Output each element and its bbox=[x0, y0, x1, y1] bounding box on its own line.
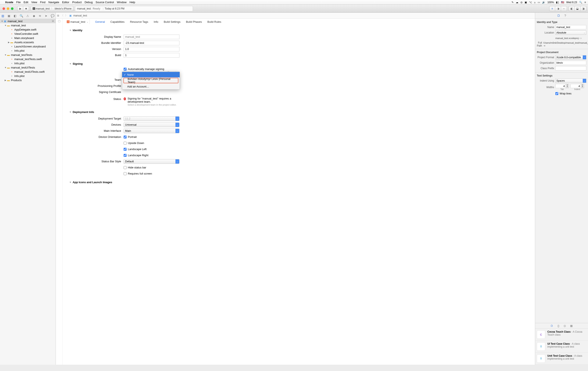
organization-input[interactable] bbox=[555, 61, 586, 65]
target-selector[interactable]: 🅰 manual_test ⌄ bbox=[65, 19, 90, 24]
class-prefix-input[interactable] bbox=[555, 66, 586, 70]
nav-item[interactable]: ▪Info.plist bbox=[0, 48, 56, 53]
panel-bottom-button[interactable]: ⬓ bbox=[575, 6, 580, 11]
nav-item[interactable]: ▼▬manual_testTests bbox=[0, 53, 56, 57]
file-inspector-icon[interactable]: 🗋 bbox=[557, 14, 560, 17]
issue-navigator-icon[interactable]: ⚠ bbox=[26, 14, 29, 18]
tab-general[interactable]: General bbox=[95, 20, 105, 23]
menu-navigate[interactable]: Navigate bbox=[48, 1, 59, 4]
menubar-status-icon[interactable]: ▣ bbox=[525, 1, 527, 4]
menu-debug[interactable]: Debug bbox=[85, 1, 93, 4]
menubar-bluetooth-icon[interactable]: ⌥ bbox=[529, 1, 532, 4]
editor-version-button[interactable]: ↔ bbox=[561, 6, 567, 11]
inspector-location-select[interactable]: Absolute⌄ bbox=[555, 31, 586, 35]
indent-using-select[interactable]: Spaces⌄ bbox=[555, 79, 586, 83]
nav-item[interactable]: ▶▬Products bbox=[0, 78, 56, 82]
project-format-select[interactable]: Xcode 8.0-compatible⌄ bbox=[555, 55, 586, 59]
tab-width-stepper[interactable]: ▲▼ bbox=[566, 84, 569, 88]
wrap-lines-checkbox[interactable] bbox=[555, 92, 558, 95]
editor-standard-button[interactable]: ≡ bbox=[549, 6, 555, 11]
report-navigator-icon[interactable]: 💬 bbox=[51, 14, 54, 18]
nav-item[interactable]: ▪Info.plist bbox=[0, 61, 56, 65]
stop-button[interactable]: ■ bbox=[23, 6, 29, 11]
tab-resource-tags[interactable]: Resource Tags bbox=[130, 20, 148, 23]
build-input[interactable] bbox=[124, 53, 179, 57]
section-app-icons[interactable]: ▼App Icons and Launch Images bbox=[69, 181, 531, 184]
test-navigator-icon[interactable]: ◆ bbox=[32, 14, 36, 18]
project-navigator-icon[interactable]: ▥ bbox=[1, 14, 4, 18]
devices-select[interactable]: Universal⌄ bbox=[124, 122, 179, 127]
reveal-icon[interactable]: ➜ bbox=[543, 44, 546, 47]
window-zoom-button[interactable] bbox=[11, 7, 13, 10]
indent-width-stepper[interactable]: ▲▼ bbox=[581, 84, 584, 88]
nav-item[interactable]: ▪ViewController.swift bbox=[0, 32, 56, 36]
menubar-status-icon[interactable]: ✎ bbox=[512, 1, 514, 4]
window-minimize-button[interactable] bbox=[7, 7, 9, 10]
orientation-landscape-left-checkbox[interactable] bbox=[124, 148, 126, 151]
status-bar-style-select[interactable]: Default⌄ bbox=[124, 159, 179, 164]
debug-navigator-icon[interactable]: ≋ bbox=[39, 14, 42, 18]
nav-item[interactable]: ▪Main.storyboard bbox=[0, 36, 56, 40]
orientation-upside-checkbox[interactable] bbox=[124, 142, 126, 145]
related-items-icon[interactable]: ⊞ bbox=[57, 14, 59, 17]
nav-item[interactable]: ▪Info.plist bbox=[0, 74, 56, 78]
source-control-navigator-icon[interactable]: ▣ bbox=[7, 14, 10, 18]
deployment-target-select[interactable]: 11.2⌄ bbox=[124, 116, 179, 121]
version-input[interactable] bbox=[124, 47, 179, 51]
menubar-flag-icon[interactable]: 🇺🇸 bbox=[561, 1, 564, 4]
jump-forward-icon[interactable]: 〉 bbox=[65, 14, 68, 17]
code-snippet-library-icon[interactable]: {} bbox=[557, 324, 559, 327]
menubar-status-icon[interactable]: ◎ bbox=[520, 1, 523, 4]
quick-help-icon[interactable]: ? bbox=[564, 14, 566, 17]
menu-source-control[interactable]: Source Control bbox=[96, 1, 114, 4]
project-navigator-tree[interactable]: ▼ ▣ manual_test M ▼▬manual_test▪AppDeleg… bbox=[0, 19, 56, 365]
menu-file[interactable]: File bbox=[16, 1, 21, 4]
menu-edit[interactable]: Edit bbox=[24, 1, 28, 4]
menu-help[interactable]: Help bbox=[129, 1, 135, 4]
panel-left-button[interactable]: ◧ bbox=[569, 6, 575, 11]
menu-editor[interactable]: Editor bbox=[62, 1, 69, 4]
display-name-input[interactable] bbox=[124, 34, 179, 39]
tab-build-rules[interactable]: Build Rules bbox=[208, 20, 221, 23]
breakpoint-navigator-icon[interactable]: ➤ bbox=[45, 14, 48, 18]
nav-project-root[interactable]: ▼ ▣ manual_test M bbox=[0, 19, 56, 23]
menubar-battery-percent[interactable]: 100% bbox=[547, 1, 554, 4]
nav-item[interactable]: ▼▬manual_testUITests bbox=[0, 65, 56, 70]
menubar-display-icon[interactable]: ▭ bbox=[538, 1, 540, 4]
tab-width-input[interactable] bbox=[555, 84, 566, 88]
window-close-button[interactable] bbox=[2, 7, 5, 10]
orientation-landscape-right-checkbox[interactable] bbox=[124, 154, 126, 157]
panel-right-button[interactable]: ◨ bbox=[580, 6, 586, 11]
section-identity[interactable]: ▼Identity bbox=[69, 29, 531, 32]
library-item[interactable]: CCocoa Touch Class - A Cocoa Touch class bbox=[535, 329, 588, 341]
menubar-clock[interactable]: Wed 6:23 bbox=[566, 1, 577, 4]
editor-gutter[interactable]: ▢ bbox=[56, 19, 63, 365]
hide-status-bar-checkbox[interactable] bbox=[124, 166, 126, 169]
team-option-add-account[interactable]: Add an Account… bbox=[122, 84, 180, 89]
inspector-name-input[interactable] bbox=[555, 25, 586, 29]
library-item[interactable]: TUI Test Case Class - A class implementi… bbox=[535, 341, 588, 353]
nav-item[interactable]: ▶▬Assets.xcassets bbox=[0, 40, 56, 44]
editor-assistant-button[interactable]: ◑ bbox=[555, 6, 561, 11]
app-menu[interactable]: Xcode bbox=[5, 1, 13, 4]
menu-find[interactable]: Find bbox=[40, 1, 45, 4]
object-library-icon[interactable]: ◎ bbox=[564, 324, 566, 327]
main-interface-select[interactable]: Main⌄ bbox=[124, 129, 179, 133]
orientation-portrait-checkbox[interactable] bbox=[124, 136, 126, 139]
menubar-wifi-icon[interactable]: ⏚ bbox=[534, 1, 536, 4]
menu-window[interactable]: Window bbox=[117, 1, 126, 4]
menu-product[interactable]: Product bbox=[72, 1, 82, 4]
menu-view[interactable]: View bbox=[31, 1, 37, 4]
jumpbar-crumb[interactable]: manual_test bbox=[73, 14, 87, 17]
team-option-none[interactable]: None bbox=[122, 72, 180, 77]
tab-build-settings[interactable]: Build Settings bbox=[164, 20, 180, 23]
menubar-volume-icon[interactable]: 🔊 bbox=[542, 1, 545, 4]
find-navigator-icon[interactable]: 🔍 bbox=[20, 14, 23, 18]
symbol-navigator-icon[interactable]: ◧ bbox=[13, 14, 17, 18]
jump-bar[interactable]: ⊞ 〈 〉 ▣ manual_test bbox=[56, 13, 535, 19]
menubar-battery-icon[interactable]: ▮▯ bbox=[556, 1, 559, 4]
library-item[interactable]: TUnit Test Case Class - A class implemen… bbox=[535, 353, 588, 365]
auto-manage-signing-checkbox[interactable] bbox=[124, 68, 126, 71]
scheme-selector[interactable]: 🅰 manual_test 〉 blesiv's iPhone bbox=[31, 6, 73, 11]
team-option-personal[interactable]: Bohdan-Volodymyr Lesiv (Personal Team) bbox=[123, 78, 178, 83]
